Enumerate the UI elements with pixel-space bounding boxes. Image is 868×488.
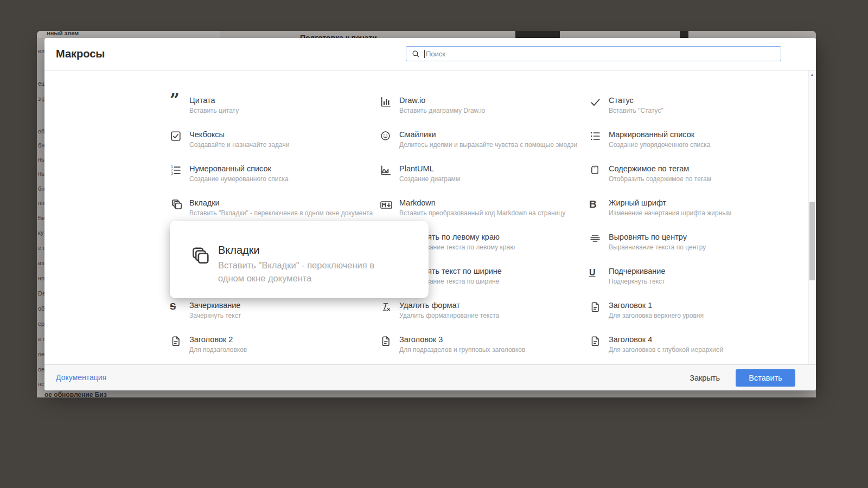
tooltip-description: Вставить "Вкладки" - переключения в одно…	[218, 259, 403, 285]
macro-item-title: Цитата	[189, 95, 239, 105]
macro-item-description: Создание упорядоченного списка	[609, 141, 710, 149]
close-button[interactable]: Закрыть	[690, 374, 720, 382]
tag-icon	[589, 164, 603, 177]
scrollbar-thumb[interactable]	[809, 202, 815, 280]
macro-item[interactable]: Заголовок 3Для подразделов и групповых з…	[380, 335, 589, 369]
macro-item-title: Жирный шрифт	[609, 198, 731, 208]
heading-doc-icon	[380, 335, 393, 348]
macro-item-description: Создание нумерованного списка	[189, 175, 289, 183]
insert-button[interactable]: Вставить	[736, 369, 795, 387]
macros-dialog: Макросы Поиск ”ЦитатаВставить цитатуDraw…	[44, 38, 816, 390]
macro-item-title: Заголовок 2	[189, 335, 247, 344]
background-text-fragment: ны	[38, 170, 44, 177]
macro-item[interactable]: Заголовок 4Для заголовков с глубокой иер…	[589, 335, 810, 369]
background-left-strip: елиещз роббнньныбнннБекуе сизноDeобере о…	[37, 38, 44, 390]
scrollbar[interactable]: ▲ ▼	[808, 70, 815, 371]
background-text-fragment: нс	[38, 381, 44, 387]
macro-item[interactable]: СтатусВставить "Статус"	[589, 95, 810, 130]
align-center-icon	[589, 232, 603, 245]
macro-item-description: Для заголовков с глубокой иерархией	[609, 346, 723, 354]
macro-item[interactable]: Выровнять по центруВыравнивание текста п…	[589, 232, 810, 266]
macro-item-description: Создание диаграмм	[399, 175, 460, 183]
background-text-fragment: из	[38, 260, 44, 266]
macro-item[interactable]: Заголовок 1Для заголовка верхнего уровня	[589, 300, 810, 335]
background-text-fragment: нный элем	[47, 31, 79, 36]
macro-item[interactable]: ”ЦитатаВставить цитату	[170, 95, 380, 130]
macro-item-title: Draw.io	[399, 95, 485, 105]
scroll-up-icon[interactable]: ▲	[809, 71, 815, 78]
background-text-fragment: но	[38, 275, 44, 281]
macro-item-title: Чекбоксы	[189, 130, 289, 139]
numbered-list-icon: 123	[170, 164, 183, 177]
dialog-footer: Документация Закрыть Вставить	[44, 364, 816, 390]
macro-item-description: Создавайте и назначайте задачи	[189, 141, 289, 149]
tabs-icon	[170, 198, 183, 211]
macro-item-description: Подчеркнуть текст	[609, 278, 666, 285]
macro-item[interactable]: ЧекбоксыСоздавайте и назначайте задачи	[170, 130, 380, 164]
macro-item-title: Заголовок 4	[609, 335, 723, 344]
macro-item[interactable]: 123Нумерованный списокСоздание нумерован…	[170, 164, 380, 198]
macro-item[interactable]: Заголовок 2Для подзаголовков	[170, 335, 380, 369]
underline-icon: U	[589, 266, 603, 279]
macro-item[interactable]: PlantUMLСоздание диаграмм	[380, 164, 589, 198]
heading-doc-icon	[589, 335, 603, 348]
background-text-fragment: ер	[38, 320, 44, 327]
macro-item[interactable]: SЗачеркиваниеЗачеркнуть текст	[170, 300, 380, 335]
macro-item-description: Делитесь идеями и выражайте чувства с по…	[399, 141, 577, 149]
macro-item[interactable]: Удалить форматУдалить форматирование тек…	[380, 300, 589, 335]
macro-item[interactable]: BЖирный шрифтИзменение начертания шрифта…	[589, 198, 810, 232]
macro-item[interactable]: Содержимое по тегамОтобразить содержимое…	[589, 164, 810, 198]
remove-format-icon	[380, 300, 393, 313]
check-icon	[589, 95, 603, 108]
strikethrough-icon: S	[170, 300, 183, 313]
macro-item-title: Смайлики	[399, 130, 577, 139]
text-caret	[424, 50, 425, 58]
dialog-title: Макросы	[56, 48, 105, 60]
svg-text:3: 3	[171, 171, 173, 175]
macro-item[interactable]: Draw.ioВставить диаграмму Draw.io	[380, 95, 589, 130]
macro-item-title: Заголовок 1	[609, 300, 704, 310]
dialog-header: Макросы Поиск	[44, 38, 816, 70]
background-text-fragment: е с	[38, 245, 44, 251]
background-page-bottombar: ое обновление Биз	[37, 390, 816, 397]
heading-doc-icon	[589, 300, 603, 313]
background-text-fragment: ещ	[38, 80, 44, 87]
macro-item-description: Зачеркнуть текст	[189, 312, 241, 319]
macro-item-title: PlantUML	[399, 164, 460, 174]
macro-item-title: Выровнять по центру	[609, 232, 706, 242]
search-placeholder: Поиск	[426, 50, 445, 58]
macro-item-title: Markdown	[399, 198, 565, 208]
macro-item[interactable]: Маркированный списокСоздание упорядоченн…	[589, 130, 810, 164]
macro-item[interactable]: СмайликиДелитесь идеями и выражайте чувс…	[380, 130, 589, 164]
tooltip-title: Вкладки	[218, 243, 403, 256]
macro-item-title: Статус	[609, 95, 663, 105]
background-text-fragment: бн	[38, 142, 44, 149]
background-text-fragment: нн	[38, 200, 44, 206]
macro-item-title: Содержимое по тегам	[609, 164, 711, 174]
background-text-fragment: De	[38, 290, 44, 297]
search-icon	[411, 49, 420, 59]
background-text-fragment: Бе	[38, 215, 44, 221]
macro-item-description: Вставить диаграмму Draw.io	[399, 107, 485, 114]
macro-item-description: Для заголовка верхнего уровня	[609, 312, 704, 319]
macro-item-description: Удалить форматирование текста	[399, 312, 499, 319]
macro-item[interactable]: UПодчеркиваниеПодчеркнуть текст	[589, 266, 810, 300]
macro-item-title: Зачеркивание	[189, 300, 241, 310]
search-input[interactable]: Поиск	[406, 46, 781, 61]
documentation-link[interactable]: Документация	[56, 373, 106, 382]
background-page-topbar: нный элем Подготовка к печати	[37, 31, 816, 38]
macro-item-title: Подчеркивание	[609, 266, 666, 276]
drawio-chart-icon	[380, 95, 393, 108]
bold-icon: B	[589, 198, 603, 211]
macro-item-description: Вставить "Вкладки" - переключения в одно…	[189, 209, 373, 217]
background-text-fragment: е о	[38, 336, 44, 342]
background-text-fragment: об	[38, 305, 44, 312]
macro-item-description: Для подразделов и групповых заголовков	[399, 346, 525, 354]
background-text-fragment: ку	[38, 229, 43, 236]
tabs-icon	[190, 246, 210, 266]
macro-item-description: Выравнивание текста по центру	[609, 243, 706, 251]
macro-item-title: Вкладки	[189, 198, 373, 208]
macro-item-description: Для подзаголовков	[189, 346, 247, 354]
macro-tooltip-vkladki: Вкладки Вставить "Вкладки" - переключени…	[170, 221, 429, 298]
macro-item-description: Вставить цитату	[189, 107, 239, 114]
